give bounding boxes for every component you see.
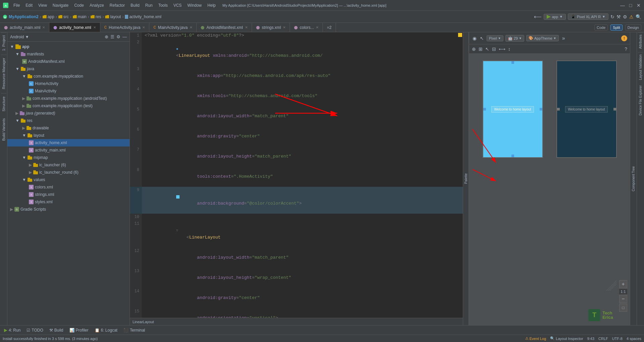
split-view-btn[interactable]: Split <box>610 25 622 31</box>
run-btn[interactable]: ▶ 4: Run <box>1 327 23 333</box>
tree-mipmap[interactable]: ▼ mipmap <box>7 154 130 161</box>
device-dropdown[interactable]: 📱 Pixel XL API R ▼ <box>568 13 608 20</box>
tab-close-colors-icon[interactable]: ✕ <box>316 26 318 29</box>
todo-btn[interactable]: ☑ TODO <box>24 327 46 333</box>
breadcrumb-src[interactable]: src <box>58 14 69 19</box>
profiler-btn[interactable]: 📊 Profiler <box>67 327 91 333</box>
code-view-btn[interactable]: Code <box>594 25 608 31</box>
code-editor[interactable]: 1 <?xml version="1.0" encoding="utf-8"?>… <box>130 32 463 318</box>
build-variants-tab[interactable]: Build Variants <box>1 116 6 143</box>
tree-ic-launcher-round[interactable]: ▶ ic_launcher_round (6) <box>7 169 130 176</box>
tab-strings[interactable]: ⬤ strings.xml ✕ <box>252 23 290 32</box>
tree-layout[interactable]: ▼ layout <box>7 132 130 139</box>
structure-tab[interactable]: Structure <box>1 93 6 114</box>
layout-validation-tab[interactable]: Layout Validation <box>638 52 643 82</box>
android-dropdown[interactable]: Android ▼ <box>10 35 29 39</box>
blueprint-icon[interactable]: ⊟ <box>492 46 496 52</box>
tree-package-test[interactable]: ▶ com.example.myapplication (test) <box>7 102 130 110</box>
maximize-button[interactable]: □ <box>628 3 633 8</box>
zoom-out-btn[interactable]: − <box>619 295 627 303</box>
menu-code[interactable]: Code <box>71 2 87 8</box>
menu-navigate[interactable]: Navigate <box>50 2 71 8</box>
tree-mainactivity[interactable]: C MainActivity <box>7 87 130 95</box>
build-icon[interactable]: ⚒ <box>616 14 621 19</box>
design-api-dropdown[interactable]: 🤖 29 ▼ <box>505 35 524 42</box>
tab-activity-main[interactable]: ⬤ activity_main.xml ✕ <box>0 23 49 32</box>
breadcrumb-file[interactable]: activity_home.xml <box>125 14 161 19</box>
breadcrumb-res[interactable]: res <box>91 14 101 19</box>
menu-refactor[interactable]: Refactor <box>107 2 128 8</box>
breadcrumb-app[interactable]: app <box>43 14 54 19</box>
tree-package-androidtest[interactable]: ▶ com.example.myapplication (androidTest… <box>7 95 130 102</box>
sync-icon[interactable]: ↻ <box>610 14 614 19</box>
settings-icon[interactable]: ⚙ <box>623 14 627 19</box>
tree-strings-xml[interactable]: X strings.xml <box>7 191 130 198</box>
crlf-display[interactable]: CRLF <box>598 337 608 341</box>
design-cursor-icon[interactable]: ↖ <box>479 35 485 42</box>
design-target-icon[interactable]: ◉ <box>472 35 477 42</box>
tree-java[interactable]: ▼ java <box>7 65 130 73</box>
run-config-dropdown[interactable]: app ▼ <box>544 14 566 20</box>
tree-gradle-scripts[interactable]: ▶ G Gradle Scripts <box>7 206 130 213</box>
tree-java-generated[interactable]: ▶ java (generated) <box>7 110 130 117</box>
navigate-back-icon[interactable]: ⟵ <box>534 13 542 20</box>
resource-manager-tab[interactable]: Resource Manager <box>1 55 6 92</box>
tree-activity-main-xml[interactable]: X activity_main.xml <box>7 146 130 154</box>
panel-minimize-icon[interactable]: — <box>122 34 127 39</box>
menu-window[interactable]: Window <box>185 2 204 8</box>
menu-edit[interactable]: Edit <box>23 2 35 8</box>
search-icon[interactable]: 🔍 <box>636 14 641 19</box>
tree-androidmanifest[interactable]: M AndroidManifest.xml <box>7 58 130 65</box>
tree-ic-launcher[interactable]: ▶ ic_launcher (6) <box>7 161 130 169</box>
menu-build[interactable]: Build <box>128 2 142 8</box>
indent-display[interactable]: 4 spaces <box>627 337 641 341</box>
tree-res[interactable]: ▼ res <box>7 117 130 124</box>
project-tab[interactable]: 1: Project <box>1 32 6 53</box>
tab-manifest[interactable]: ⬤ AndroidManifest.xml ✕ <box>197 23 252 32</box>
tab-activity-home[interactable]: ⬤ activity_home.xml ✕ <box>49 23 100 32</box>
close-button[interactable]: ✕ <box>636 3 641 8</box>
logcat-btn[interactable]: 📋 6: Logcat <box>92 327 120 333</box>
panel-settings-icon[interactable]: ⚙ <box>116 34 120 39</box>
warning-count[interactable]: ⚠ Event Log <box>525 336 546 341</box>
tab-home-activity[interactable]: C HomeActivity.java ✕ <box>100 23 150 32</box>
tree-values[interactable]: ▼ values <box>7 176 130 183</box>
tree-colors-xml[interactable]: X colors.xml <box>7 183 130 191</box>
orient-vertical-icon[interactable]: ↕ <box>508 46 510 52</box>
menu-help[interactable]: Help <box>205 2 218 8</box>
design-canvas[interactable]: Welcome to home layout Welcome to home l… <box>469 54 630 325</box>
tree-homeactivity[interactable]: C HomeActivity <box>7 80 130 87</box>
panel-filter-icon[interactable]: ☰ <box>110 34 114 39</box>
pan-icon[interactable]: ⊞ <box>479 46 483 52</box>
attributes-tab[interactable]: Attributes <box>638 32 643 51</box>
design-device-dropdown[interactable]: Pixel ▼ <box>487 35 503 41</box>
encoding-display[interactable]: UTF-8 <box>612 337 623 341</box>
layout-inspector-btn[interactable]: 🔍 Layout Inspector <box>550 336 583 341</box>
tab-close-strings-icon[interactable]: ✕ <box>283 26 286 29</box>
tree-app[interactable]: ▼ app <box>7 43 130 50</box>
minimize-button[interactable]: — <box>620 3 625 8</box>
breadcrumb-layout[interactable]: layout <box>105 14 121 19</box>
menu-file[interactable]: File <box>11 2 22 8</box>
zoom-to-fit-icon[interactable]: ⊕ <box>472 46 476 52</box>
component-tree-label[interactable]: Component Tree <box>632 166 635 191</box>
select-mode-icon[interactable]: ↖ <box>485 46 489 52</box>
zoom-in-btn[interactable]: + <box>619 280 627 288</box>
breadcrumb-project[interactable]: MyApplication2 <box>9 14 39 19</box>
menu-view[interactable]: View <box>36 2 50 8</box>
build-btn[interactable]: ⚒ Build <box>47 327 66 333</box>
tree-styles-xml[interactable]: X styles.xml <box>7 198 130 206</box>
tab-close-icon[interactable]: ✕ <box>42 26 45 29</box>
tab-close-manifest-icon[interactable]: ✕ <box>245 26 248 29</box>
help-icon[interactable]: ? <box>625 46 627 52</box>
tree-manifests[interactable]: ▼ manifests <box>7 50 130 58</box>
tab-main-activity[interactable]: C MainActivity.java ✕ <box>149 23 197 32</box>
tab-colors[interactable]: ⬤ colors... ✕ <box>290 23 323 32</box>
menu-analyze[interactable]: Analyze <box>87 2 107 8</box>
tab-close-main-icon[interactable]: ✕ <box>190 26 192 29</box>
tab-close-home-icon[interactable]: ✕ <box>142 26 145 29</box>
panel-sync-icon[interactable]: ⊕ <box>105 34 108 39</box>
device-file-explorer-tab[interactable]: Device File Explorer <box>638 83 643 117</box>
tree-drawable[interactable]: ▶ drawable <box>7 124 130 132</box>
palette-label[interactable]: Palette <box>464 173 468 184</box>
